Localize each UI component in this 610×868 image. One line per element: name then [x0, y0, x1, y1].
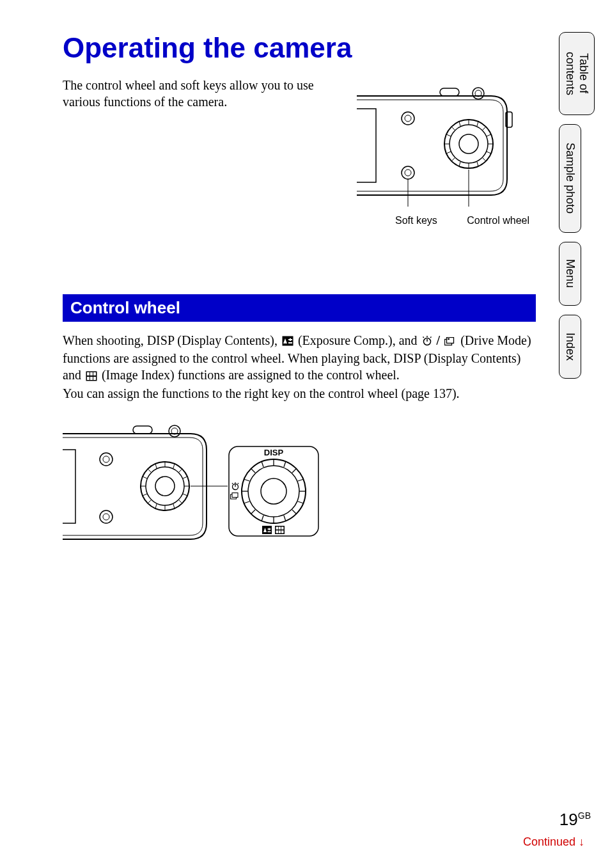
- svg-line-25: [487, 134, 491, 136]
- svg-line-22: [446, 134, 451, 136]
- side-tabs: Table of contents Sample photo Menu Inde…: [559, 32, 597, 388]
- svg-line-68: [179, 469, 182, 472]
- svg-point-9: [459, 134, 478, 154]
- svg-point-3: [402, 112, 414, 125]
- svg-rect-106: [262, 526, 272, 534]
- svg-rect-50: [93, 377, 96, 380]
- svg-line-16: [451, 158, 455, 161]
- svg-line-75: [143, 494, 147, 496]
- section-heading: Control wheel: [63, 294, 536, 322]
- svg-point-8: [450, 125, 488, 163]
- svg-rect-112: [276, 526, 279, 529]
- svg-line-23: [487, 152, 491, 154]
- svg-line-20: [477, 122, 478, 126]
- svg-rect-33: [288, 342, 292, 343]
- svg-line-24: [446, 152, 451, 154]
- tab-table-of-contents[interactable]: Table of contents: [559, 32, 595, 115]
- tab-menu[interactable]: Menu: [559, 242, 581, 306]
- svg-line-14: [451, 127, 455, 130]
- slash-icon: /: [437, 333, 444, 347]
- svg-rect-117: [281, 530, 284, 533]
- exposure-comp-icon: [282, 333, 293, 350]
- svg-point-52: [169, 425, 180, 437]
- svg-line-74: [183, 494, 187, 496]
- svg-rect-115: [276, 530, 279, 533]
- paragraph-2: You can assign the functions to the righ…: [63, 385, 536, 402]
- svg-line-21: [459, 162, 460, 166]
- intro-text: The control wheel and soft keys allow yo…: [63, 77, 350, 110]
- svg-line-66: [179, 500, 182, 503]
- svg-point-1: [473, 88, 484, 99]
- paragraph-1: When shooting, DISP (Display Contents), …: [63, 332, 536, 385]
- svg-line-40: [430, 337, 432, 338]
- svg-rect-110: [268, 528, 271, 530]
- svg-rect-116: [279, 530, 281, 533]
- svg-point-55: [103, 456, 109, 462]
- figure-camera-top: Soft keys Control wheel: [357, 83, 536, 226]
- svg-line-70: [173, 504, 175, 509]
- svg-line-71: [173, 464, 175, 468]
- main-content: Operating the camera The control wheel a…: [63, 32, 536, 555]
- svg-line-73: [143, 477, 147, 478]
- svg-rect-35: [288, 339, 292, 340]
- svg-line-18: [459, 122, 460, 126]
- svg-line-102: [232, 483, 233, 484]
- self-timer-icon: [422, 333, 432, 350]
- camera-illustration-icon: [357, 83, 536, 211]
- figure-label-soft-keys: Soft keys: [395, 215, 437, 226]
- svg-point-60: [155, 477, 175, 496]
- svg-line-19: [477, 162, 478, 166]
- svg-point-57: [103, 514, 109, 520]
- svg-rect-45: [87, 372, 90, 375]
- continued-indicator: Continued ↓: [523, 835, 584, 849]
- svg-line-17: [483, 127, 486, 130]
- svg-rect-49: [90, 377, 93, 380]
- tab-sample-photo[interactable]: Sample photo: [559, 124, 581, 233]
- svg-text:DISP: DISP: [264, 448, 284, 457]
- svg-rect-51: [133, 426, 152, 434]
- svg-rect-47: [93, 372, 96, 375]
- svg-rect-113: [279, 526, 281, 529]
- svg-point-4: [405, 115, 411, 122]
- svg-rect-43: [448, 338, 450, 340]
- svg-line-39: [423, 337, 424, 338]
- svg-rect-0: [440, 88, 459, 96]
- svg-rect-114: [281, 526, 284, 529]
- svg-rect-46: [90, 372, 93, 375]
- svg-rect-48: [87, 377, 90, 380]
- figure-camera-bottom: DISP: [63, 421, 536, 555]
- svg-point-59: [146, 467, 184, 505]
- svg-rect-31: [282, 336, 293, 346]
- image-index-icon: [86, 368, 97, 385]
- down-arrow-icon: ↓: [579, 835, 584, 848]
- tab-index[interactable]: Index: [559, 315, 581, 379]
- page-number: 19GB: [559, 810, 591, 830]
- svg-rect-105: [232, 493, 238, 497]
- svg-point-54: [100, 453, 113, 466]
- continuous-shooting-icon: [444, 333, 456, 350]
- svg-line-65: [148, 469, 151, 472]
- camera-control-wheel-detail-icon: DISP: [63, 421, 331, 555]
- svg-line-15: [483, 158, 486, 161]
- page-title: Operating the camera: [63, 32, 536, 64]
- svg-rect-42: [447, 338, 454, 343]
- svg-line-103: [238, 483, 239, 484]
- svg-point-5: [402, 166, 414, 179]
- svg-rect-108: [268, 531, 271, 532]
- figure-label-control-wheel: Control wheel: [467, 215, 529, 226]
- svg-point-6: [405, 170, 411, 176]
- svg-line-67: [148, 500, 151, 503]
- svg-line-69: [155, 464, 157, 468]
- svg-line-76: [183, 477, 187, 478]
- svg-point-56: [100, 510, 113, 523]
- svg-line-72: [155, 504, 157, 509]
